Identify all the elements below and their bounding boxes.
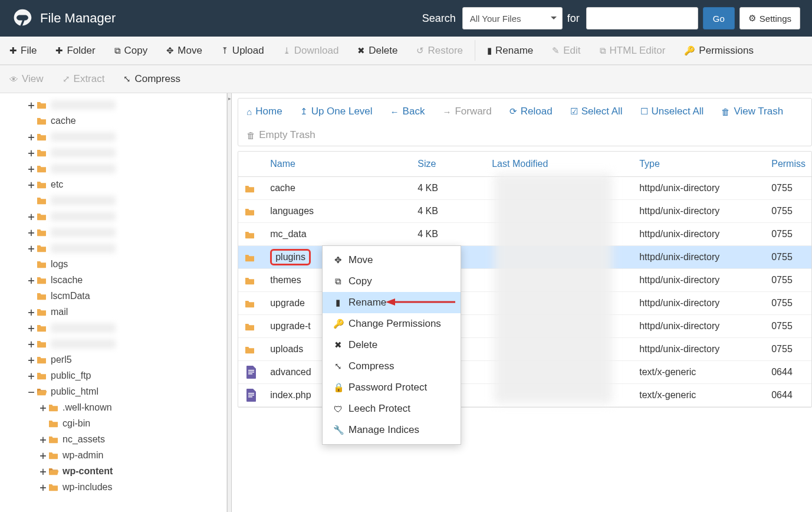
tree-toggle[interactable]: + bbox=[27, 101, 35, 109]
search-input[interactable] bbox=[586, 7, 698, 29]
tree-node[interactable]: +logs bbox=[0, 256, 226, 272]
cell-permissions: 0644 bbox=[765, 367, 801, 378]
tree-toggle[interactable]: + bbox=[27, 180, 35, 189]
home-button[interactable]: ⌂Home bbox=[246, 103, 282, 120]
folder-icon bbox=[36, 148, 47, 157]
folder-icon bbox=[48, 403, 59, 412]
tree-node[interactable]: +cache bbox=[0, 113, 226, 129]
tree-toggle[interactable]: + bbox=[27, 324, 35, 332]
search-scope-select[interactable]: All Your Files bbox=[462, 7, 563, 29]
tree-label: wp-admin bbox=[63, 450, 103, 461]
tree-toggle[interactable]: + bbox=[27, 308, 35, 316]
ctx-label: Leech Protect bbox=[349, 403, 410, 415]
tree-node[interactable]: + bbox=[0, 224, 226, 240]
ctx-change-permissions[interactable]: 🔑Change Permissions bbox=[323, 313, 461, 334]
tree-node[interactable]: + bbox=[0, 240, 226, 256]
rename-icon: ▮ bbox=[333, 297, 343, 308]
tree-label bbox=[51, 323, 116, 333]
tree-node[interactable]: +lscache bbox=[0, 272, 226, 288]
ctx-copy[interactable]: ⧉Copy bbox=[323, 271, 461, 292]
tree-toggle[interactable]: + bbox=[27, 372, 35, 380]
ctx-move[interactable]: ✥Move bbox=[323, 250, 461, 271]
compress-button[interactable]: ⤡Compress bbox=[114, 65, 189, 93]
tree-node[interactable]: +nc_assets bbox=[0, 431, 226, 447]
tree-node[interactable]: +lscmData bbox=[0, 288, 226, 304]
trash-icon: 🗑 bbox=[721, 107, 730, 117]
folder-button[interactable]: ✚Folder bbox=[46, 37, 104, 64]
tree-toggle[interactable]: + bbox=[39, 451, 47, 460]
tree-node[interactable]: + bbox=[0, 192, 226, 208]
tree-node[interactable]: +etc bbox=[0, 176, 226, 192]
ctx-leech-protect[interactable]: 🛡Leech Protect bbox=[323, 398, 461, 419]
folder-icon bbox=[36, 228, 47, 237]
tree-node[interactable]: +wp-includes bbox=[0, 479, 226, 495]
tree-toggle[interactable]: + bbox=[39, 467, 47, 475]
tree-node[interactable]: + bbox=[0, 160, 226, 176]
col-type[interactable]: Type bbox=[633, 152, 765, 176]
cell-permissions: 0755 bbox=[765, 183, 801, 193]
tree-node[interactable]: + bbox=[0, 97, 226, 113]
upload-button[interactable]: ⤒Upload bbox=[212, 37, 274, 64]
ctx-rename[interactable]: ▮Rename bbox=[323, 292, 461, 313]
tree-node[interactable]: + bbox=[0, 145, 226, 160]
go-button[interactable]: Go bbox=[703, 7, 735, 29]
tree-node[interactable]: +perl5 bbox=[0, 352, 226, 367]
file-button[interactable]: ✚File bbox=[0, 37, 46, 64]
tree-node[interactable]: + bbox=[0, 129, 226, 145]
unselect-all-button[interactable]: ☐Unselect All bbox=[640, 103, 704, 120]
tree-sidebar[interactable]: ++cache++++etc+++++logs+lscache+lscmData… bbox=[0, 93, 227, 512]
tree-toggle[interactable]: + bbox=[39, 403, 47, 412]
app-title: File Manager bbox=[40, 11, 116, 26]
tree-node[interactable]: + bbox=[0, 336, 226, 352]
cell-name: languages bbox=[264, 206, 412, 216]
copy-button[interactable]: ⧉Copy bbox=[105, 37, 157, 64]
view-trash-button[interactable]: 🗑View Trash bbox=[721, 103, 783, 120]
tree-toggle[interactable]: + bbox=[27, 340, 35, 348]
delete-button[interactable]: ✖Delete bbox=[348, 37, 407, 64]
tree-node[interactable]: +mail bbox=[0, 304, 226, 320]
tree-node[interactable]: + bbox=[0, 320, 226, 336]
tree-toggle[interactable]: + bbox=[27, 212, 35, 221]
tree-node[interactable]: + bbox=[0, 208, 226, 224]
tree-node[interactable]: −public_html bbox=[0, 383, 226, 399]
tree-toggle[interactable]: + bbox=[27, 356, 35, 364]
secondary-toolbar: 👁View ⤢Extract ⤡Compress bbox=[0, 65, 812, 93]
tree-toggle[interactable]: + bbox=[27, 165, 35, 173]
tree-label bbox=[51, 148, 116, 157]
tree-label: cache bbox=[51, 116, 76, 126]
col-size[interactable]: Size bbox=[412, 152, 486, 176]
tree-node[interactable]: +wp-content bbox=[0, 463, 226, 479]
tree-toggle[interactable]: + bbox=[27, 149, 35, 157]
tree-toggle[interactable]: + bbox=[27, 228, 35, 237]
ctx-manage-indices[interactable]: 🔧Manage Indices bbox=[323, 419, 461, 441]
tree-node[interactable]: +cgi-bin bbox=[0, 415, 226, 431]
col-permissions[interactable]: Permiss bbox=[765, 152, 811, 176]
ctx-password-protect[interactable]: 🔒Password Protect bbox=[323, 377, 461, 398]
tree-toggle[interactable]: + bbox=[27, 133, 35, 141]
tree-toggle[interactable]: + bbox=[39, 483, 47, 491]
select-all-button[interactable]: ☑Select All bbox=[570, 103, 623, 120]
tree-label: public_ftp bbox=[51, 370, 91, 381]
settings-button[interactable]: ⚙ Settings bbox=[739, 7, 800, 29]
up-button[interactable]: ↥Up One Level bbox=[300, 103, 373, 120]
redacted-overlay bbox=[494, 173, 612, 403]
rename-button[interactable]: ▮Rename bbox=[478, 37, 543, 64]
tree-node[interactable]: +.well-known bbox=[0, 399, 226, 415]
tree-toggle[interactable]: + bbox=[39, 435, 47, 444]
tree-node[interactable]: +public_ftp bbox=[0, 367, 226, 383]
tree-toggle[interactable]: + bbox=[27, 244, 35, 252]
back-button[interactable]: ←Back bbox=[390, 103, 425, 120]
tree-toggle[interactable]: + bbox=[27, 276, 35, 284]
tree-label: cgi-bin bbox=[63, 418, 90, 429]
pane-resizer[interactable] bbox=[227, 93, 232, 512]
reload-button[interactable]: ⟳Reload bbox=[509, 103, 553, 120]
move-button[interactable]: ✥Move bbox=[157, 37, 212, 64]
col-name[interactable]: Name bbox=[264, 152, 412, 176]
tree-node[interactable]: +wp-admin bbox=[0, 447, 226, 463]
ctx-delete[interactable]: ✖Delete bbox=[323, 334, 461, 356]
col-last-modified[interactable]: Last Modified bbox=[486, 152, 633, 176]
permissions-button[interactable]: 🔑Permissions bbox=[675, 37, 763, 64]
ctx-compress[interactable]: ⤡Compress bbox=[323, 356, 461, 377]
forward-button: →Forward bbox=[442, 103, 491, 120]
tree-toggle[interactable]: − bbox=[27, 388, 35, 396]
